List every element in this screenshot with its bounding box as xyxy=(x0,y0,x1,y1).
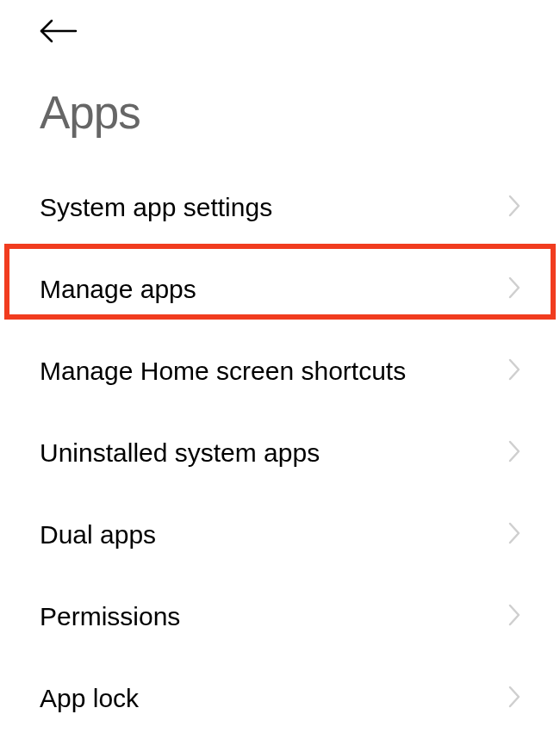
chevron-right-icon xyxy=(508,440,520,466)
list-item-system-app-settings[interactable]: System app settings xyxy=(0,166,560,248)
chevron-right-icon xyxy=(508,195,520,220)
chevron-right-icon xyxy=(508,276,520,302)
arrow-left-icon xyxy=(40,19,78,47)
list-item-label: Uninstalled system apps xyxy=(40,438,320,468)
settings-list: System app settings Manage apps Manage H… xyxy=(0,166,560,739)
list-item-label: Manage Home screen shortcuts xyxy=(40,357,406,386)
list-item-label: System app settings xyxy=(40,193,272,222)
back-button[interactable] xyxy=(40,19,81,47)
chevron-right-icon xyxy=(508,522,520,548)
list-item-uninstalled-system-apps[interactable]: Uninstalled system apps xyxy=(0,412,560,494)
list-item-manage-home-screen-shortcuts[interactable]: Manage Home screen shortcuts xyxy=(0,330,560,412)
list-item-label: Permissions xyxy=(40,602,180,631)
list-item-label: Dual apps xyxy=(40,520,156,550)
list-item-app-lock[interactable]: App lock xyxy=(0,657,560,739)
list-item-label: Manage apps xyxy=(40,275,196,304)
list-item-manage-apps[interactable]: Manage apps xyxy=(0,248,560,330)
chevron-right-icon xyxy=(508,604,520,630)
list-item-label: App lock xyxy=(40,684,139,713)
chevron-right-icon xyxy=(508,686,520,711)
page-title: Apps xyxy=(40,86,140,139)
list-item-dual-apps[interactable]: Dual apps xyxy=(0,494,560,575)
chevron-right-icon xyxy=(508,358,520,384)
list-item-permissions[interactable]: Permissions xyxy=(0,575,560,657)
